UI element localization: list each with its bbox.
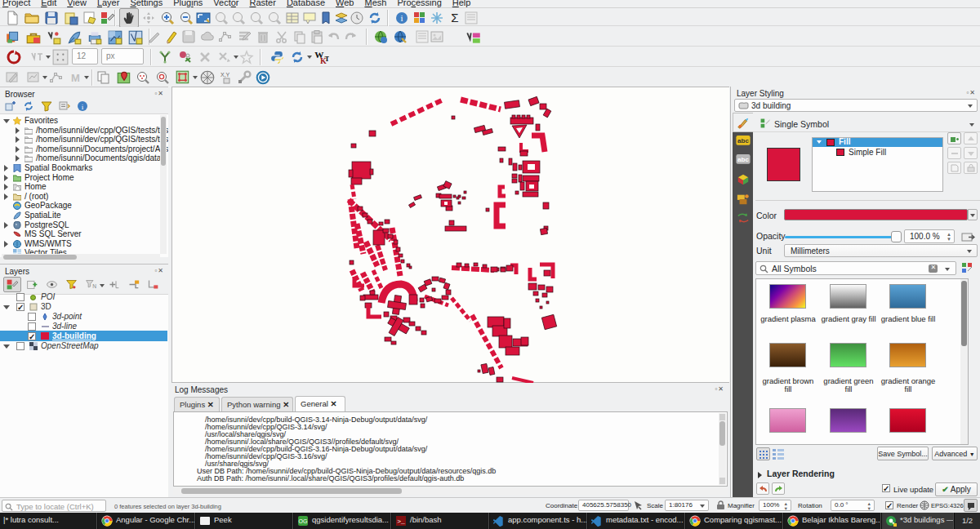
svg-text:N: N xyxy=(92,283,96,289)
svg-text:>_: >_ xyxy=(397,518,405,525)
svg-text:X,Y: X,Y xyxy=(220,72,230,78)
svg-text:i: i xyxy=(400,13,403,23)
svg-text:Σ: Σ xyxy=(451,11,458,24)
svg-text:OG: OG xyxy=(299,518,308,524)
svg-text:abc: abc xyxy=(737,156,749,163)
svg-text:abc: abc xyxy=(737,137,749,144)
svg-text:T: T xyxy=(324,55,329,63)
svg-text:M: M xyxy=(71,72,80,84)
